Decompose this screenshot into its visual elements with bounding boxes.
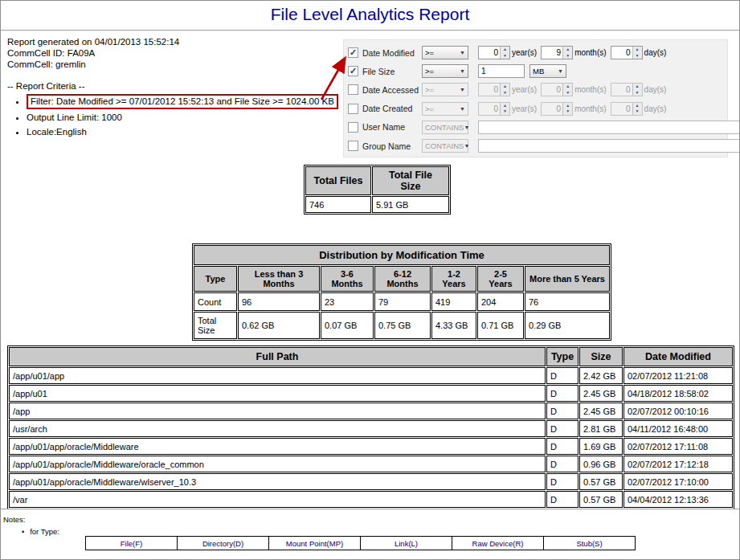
row-label: Total Size [194,312,237,339]
chevron-down-icon: ▼ [558,68,566,74]
date-created-month-spinner[interactable]: 0▲▼ [541,102,573,116]
file-size-unit-select[interactable]: MB▼ [529,64,566,78]
file-size-value-input[interactable] [478,64,525,78]
column-header: Total Files [305,166,371,195]
spinner-buttons[interactable]: ▲▼ [500,103,509,115]
file-size-operator-select[interactable]: >=▼ [422,64,468,78]
month-unit-label: month(s) [574,48,606,57]
cell: 04/04/2012 12:13:36 [623,491,733,508]
spinner-buttons[interactable]: ▲▼ [562,47,572,59]
legend-cell: Raw Device(R) [452,537,544,550]
user-name-checkbox[interactable] [348,122,358,133]
distribution-table-title: Distribution by Modification Time [194,245,610,265]
date-modified-year-spinner[interactable]: 0▲▼ [478,46,510,59]
type-legend-table: File(F)Directory(D)Mount Point(MP)Link(L… [85,536,636,550]
date-accessed-checkbox[interactable] [348,84,358,95]
spinner-up-icon[interactable]: ▲ [563,47,572,53]
spinner-down-icon[interactable]: ▼ [563,53,572,59]
spinner-buttons[interactable]: ▲▼ [632,103,642,115]
spinner-down-icon[interactable]: ▼ [501,90,509,96]
column-header: Size [579,347,623,366]
date-created-year-value: 0 [479,103,500,115]
spinner-up-icon[interactable]: ▲ [563,103,572,109]
spinner-down-icon[interactable]: ▼ [633,108,642,115]
column-header: More than 5 Years [525,266,610,292]
group-name-checkbox[interactable] [348,141,358,151]
group-name-operator-value: CONTAINS [425,141,464,150]
date-created-operator-select[interactable]: >=▼ [422,102,468,116]
filter-row-user-name: User NameCONTAINS▼ [348,118,727,137]
spinner-up-icon[interactable]: ▲ [501,47,509,53]
table-row: /app/u01/appD2.42 GB02/07/2012 11:21:08 [9,367,733,384]
group-name-input[interactable] [478,139,740,153]
column-header: 6-12 Months [374,266,431,292]
spinner-up-icon[interactable]: ▲ [633,47,642,53]
date-created-year-spinner[interactable]: 0▲▼ [478,102,510,116]
report-generated-line: Report generated on 04/01/2013 15:52:14 [7,36,179,47]
spinner-buttons[interactable]: ▲▼ [632,47,642,59]
cell: 1.69 GB [579,438,623,455]
year-unit-label: year(s) [512,104,537,113]
date-accessed-day-spinner[interactable]: 0▲▼ [611,83,643,96]
cell: 2.45 GB [579,403,623,419]
spinner-down-icon[interactable]: ▼ [501,53,509,59]
table-row: /app/u01/app/oracle/Middleware/oracle_co… [9,456,733,472]
cell: D [546,456,579,472]
commcell-name-line: CommCell: gremlin [7,59,179,70]
legend-cell: Link(L) [361,537,452,550]
report-info: Report generated on 04/01/2013 15:52:14 … [7,36,179,70]
spinner-down-icon[interactable]: ▼ [563,108,572,115]
date-accessed-year-spinner[interactable]: 0▲▼ [478,83,510,96]
spinner-up-icon[interactable]: ▲ [501,103,509,109]
date-modified-operator-select[interactable]: >=▼ [422,46,468,59]
filter-row-date-modified: ✓Date Modified>=▼0▲▼year(s)9▲▼month(s)0▲… [348,43,727,62]
cell: 0.96 GB [579,456,623,472]
spinner-buttons[interactable]: ▲▼ [500,47,509,59]
spinner-buttons[interactable]: ▲▼ [562,103,572,115]
criteria-output-limit-item: Output Line Limit: 1000 [27,112,338,124]
date-accessed-day-value: 0 [611,84,632,96]
spinner-up-icon[interactable]: ▲ [563,84,572,90]
user-name-operator-select[interactable]: CONTAINS▼ [422,121,468,134]
spinner-up-icon[interactable]: ▲ [633,84,642,90]
cell: D [546,420,579,437]
spinner-down-icon[interactable]: ▼ [633,90,642,96]
file-size-checkbox[interactable]: ✓ [348,66,358,76]
spinner-buttons[interactable]: ▲▼ [562,84,572,96]
date-created-checkbox[interactable] [348,104,358,114]
spinner-buttons[interactable]: ▲▼ [500,84,509,96]
cell: 419 [431,292,476,311]
cell: 79 [374,292,431,311]
date-modified-day-spinner[interactable]: 0▲▼ [611,46,643,59]
cell: 0.75 GB [374,312,431,339]
cell: 23 [321,292,374,311]
spinner-up-icon[interactable]: ▲ [633,103,642,109]
spinner-down-icon[interactable]: ▼ [563,90,572,96]
cell: 02/07/2012 11:21:08 [623,367,733,384]
day-unit-label: day(s) [644,85,667,94]
cell: 02/07/2012 00:10:16 [623,403,733,419]
date-modified-fields: 0▲▼year(s)9▲▼month(s)0▲▼day(s) [478,46,670,59]
date-modified-month-spinner[interactable]: 9▲▼ [541,46,573,59]
spinner-down-icon[interactable]: ▼ [501,108,509,115]
spinner-buttons[interactable]: ▲▼ [632,84,642,96]
date-modified-checkbox[interactable]: ✓ [348,47,358,58]
user-name-input[interactable] [478,121,740,134]
date-modified-month-value: 9 [542,47,562,59]
group-name-operator-select[interactable]: CONTAINS▼ [422,139,468,153]
date-modified-operator-value: >= [425,48,434,57]
cell: 0.57 GB [579,473,623,490]
date-created-day-spinner[interactable]: 0▲▼ [611,102,643,116]
file-size-fields: MB▼ [478,64,566,78]
cell: 5.91 GB [372,196,449,213]
date-accessed-month-spinner[interactable]: 0▲▼ [541,83,573,96]
page-title: File Level Analytics Report [1,5,739,24]
spinner-up-icon[interactable]: ▲ [501,84,509,90]
filter-criteria-highlight: Filter: Date Modified >= 07/01/2012 15:5… [27,94,338,109]
spinner-down-icon[interactable]: ▼ [633,53,642,59]
date-accessed-operator-select[interactable]: >=▼ [422,83,468,96]
table-header-row: TypeLess than 3 Months3-6 Months6-12 Mon… [194,266,610,292]
cell: 4.33 GB [431,312,476,339]
cell: 0.57 GB [579,491,623,508]
report-criteria-list: Filter: Date Modified >= 07/01/2012 15:5… [12,94,338,141]
